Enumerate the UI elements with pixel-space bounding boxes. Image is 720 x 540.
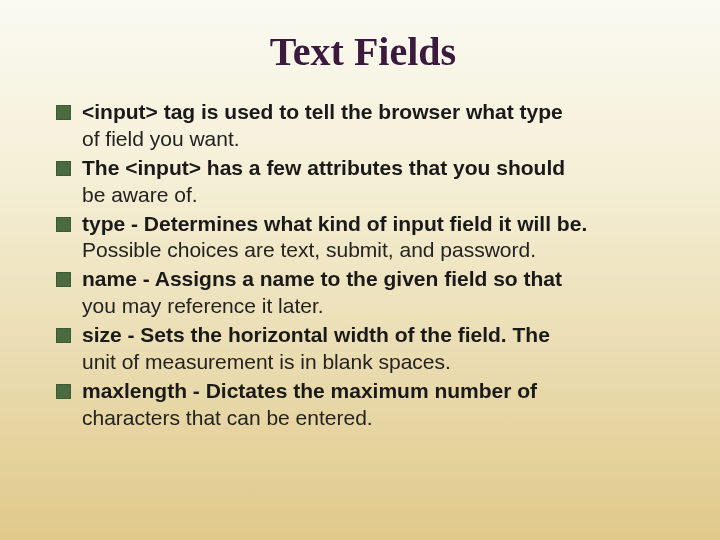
bullet-rest: of field you want. [82,126,670,153]
bullet-rest: characters that can be entered. [82,405,670,432]
page-title: Text Fields [56,28,670,75]
list-item: name - Assigns a name to the given field… [56,266,670,320]
bullet-lead: The <input> has a few attributes that yo… [82,156,565,179]
bullet-rest: Possible choices are text, submit, and p… [82,237,670,264]
bullet-lead: size - Sets the horizontal width of the … [82,323,550,346]
bullet-lead: maxlength - Dictates the maximum number … [82,379,537,402]
bullet-list: <input> tag is used to tell the browser … [56,99,670,432]
bullet-lead: type - Determines what kind of input fie… [82,212,587,235]
bullet-lead: <input> tag is used to tell the browser … [82,100,563,123]
list-item: type - Determines what kind of input fie… [56,211,670,265]
bullet-rest: unit of measurement is in blank spaces. [82,349,670,376]
list-item: The <input> has a few attributes that yo… [56,155,670,209]
list-item: size - Sets the horizontal width of the … [56,322,670,376]
slide: Text Fields <input> tag is used to tell … [0,0,720,540]
bullet-rest: you may reference it later. [82,293,670,320]
list-item: maxlength - Dictates the maximum number … [56,378,670,432]
list-item: <input> tag is used to tell the browser … [56,99,670,153]
bullet-rest: be aware of. [82,182,670,209]
bullet-lead: name - Assigns a name to the given field… [82,267,562,290]
